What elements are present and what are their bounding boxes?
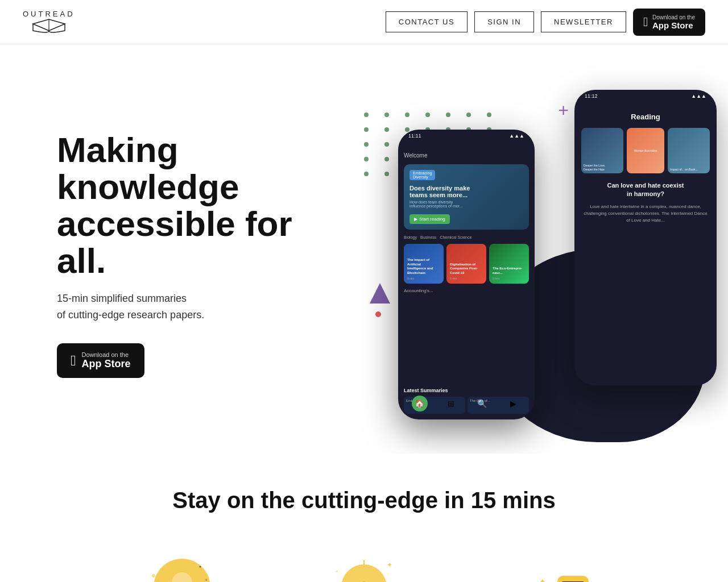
- hero-title: Making knowledge accessible for all.: [57, 131, 330, 279]
- svg-marker-1: [370, 283, 390, 304]
- reading-header: Reading: [581, 113, 710, 121]
- book-2: Woman illustration: [627, 128, 664, 173]
- svg-text:✦: ✦: [539, 577, 546, 582]
- section2: Stay on the cutting-edge in 15 mins * + …: [0, 454, 728, 582]
- nav-search-icon: 🔍: [474, 396, 490, 411]
- play-icon: ▶: [414, 217, 417, 222]
- hero-content: Making knowledge accessible for all. 15-…: [57, 131, 330, 379]
- phones-container: 11:12 ▲▲▲ Reading Deeper the Love,Deeper…: [398, 90, 717, 419]
- signin-button[interactable]: SIGN IN: [474, 11, 534, 32]
- appstore-nav-name: App Store: [652, 20, 695, 30]
- section2-title: Stay on the cutting-edge in 15 mins: [23, 488, 705, 513]
- nav-grid-icon: ⊞: [443, 396, 459, 411]
- features-row: * + ·: [23, 542, 705, 582]
- card-ai-title: The Impact of Artificial Intelligence an…: [407, 258, 440, 276]
- reading-question: Can love and hate coexist in harmony?: [581, 181, 710, 199]
- phone-back: 11:12 ▲▲▲ Reading Deeper the Love,Deeper…: [574, 90, 717, 385]
- logo-book-icon: [32, 18, 66, 34]
- navbar: OUTREAD CONTACT US SIGN IN NEWSLETTER  …: [0, 0, 728, 44]
- feature-3-svg: ✦ + · ·: [506, 542, 609, 582]
- categories-bar: Biology Business Chemical Science: [404, 235, 529, 239]
- phone-front-status: 11:11 ▲▲▲: [406, 133, 527, 139]
- feature-3: ✦ + · ·: [478, 542, 637, 582]
- logo-text: OUTREAD: [23, 10, 75, 18]
- hero-download-label: Download on the: [82, 351, 131, 358]
- featured-tag: EmbracingDiversity: [410, 170, 435, 180]
- feature-1-svg: * + ·: [119, 542, 222, 582]
- svg-point-15: [341, 564, 387, 582]
- reading-books: Deeper the Love,Deeper the Hate Woman il…: [581, 128, 710, 173]
- feature-1-illustration: * + ·: [119, 542, 222, 582]
- category-chemical: Chemical Science: [440, 235, 471, 239]
- hero-apple-icon: : [71, 352, 76, 369]
- svg-text:✦: ✦: [387, 561, 392, 569]
- svg-text:+: +: [336, 569, 338, 574]
- card-covid-title: Digitalisation of Companies Post-Covid-1…: [450, 263, 483, 276]
- phone-back-status: 11:12 ▲▲▲: [582, 93, 709, 99]
- featured-title: Does diversity make teams seem more...: [410, 185, 523, 198]
- deco-triangle-left: [370, 283, 390, 306]
- hero-appstore-button[interactable]:  Download on the App Store: [57, 343, 144, 378]
- newsletter-button[interactable]: NEWSLETTER: [541, 11, 626, 32]
- card-eco: The Eco-Entrepre-neur... 8 min: [489, 244, 529, 284]
- phone-back-icons: ▲▲▲: [691, 93, 706, 99]
- card-covid-meta: 9 min: [450, 277, 483, 280]
- category-business: Business: [420, 235, 436, 239]
- reading-body: Love and hate intertwine in a complex, n…: [581, 203, 710, 379]
- start-reading-button[interactable]: ▶ Start reading: [410, 214, 450, 224]
- phone-front-time: 11:11: [408, 133, 421, 139]
- svg-rect-23: [557, 576, 589, 582]
- hero-subtitle: 15-min simplified summaries of cutting-e…: [57, 290, 330, 323]
- svg-text:+: +: [205, 577, 208, 582]
- nav-play-icon: ▶: [506, 396, 522, 411]
- welcome-screen: Welcome EmbracingDiversity Does diversit…: [398, 130, 535, 419]
- appstore-nav-button[interactable]:  Download on the App Store: [633, 9, 705, 36]
- feature-2-illustration: ✦ + ·: [313, 542, 415, 582]
- svg-point-12: [152, 574, 155, 577]
- card-eco-meta: 8 min: [493, 277, 526, 280]
- nav-home-icon: 🏠: [412, 396, 428, 411]
- card-ai: The Impact of Artificial Intelligence an…: [404, 244, 444, 284]
- accounting-label: Accounting's...: [404, 288, 529, 293]
- phone-nav: 🏠 ⊞ 🔍 ▶: [398, 392, 535, 415]
- appstore-nav-download-label: Download on the: [652, 14, 695, 20]
- feature-3-illustration: ✦ + · ·: [506, 542, 609, 582]
- phone-front-icons: ▲▲▲: [509, 133, 524, 139]
- svg-text:*: *: [199, 565, 201, 571]
- feature-2: ✦ + ·: [284, 542, 444, 582]
- svg-text:·: ·: [586, 573, 587, 576]
- nav-actions: CONTACT US SIGN IN NEWSLETTER  Download…: [386, 9, 705, 36]
- phone-back-time: 11:12: [585, 93, 598, 99]
- cards-row: The Impact of Artificial Intelligence an…: [404, 244, 529, 284]
- category-biology: Biology: [404, 235, 417, 239]
- phone-front: 11:11 ▲▲▲ Welcome EmbracingDiversity Doe…: [398, 130, 535, 419]
- deco-circle-2: [375, 311, 381, 317]
- featured-subtitle: How does team diversity influence percep…: [410, 200, 523, 208]
- feature-1: * + ·: [91, 542, 250, 582]
- hero-section: Making knowledge accessible for all. 15-…: [0, 44, 728, 454]
- hero-store-name: App Store: [82, 358, 131, 370]
- contact-button[interactable]: CONTACT US: [386, 11, 468, 32]
- reading-screen: Reading Deeper the Love,Deeper the Hate …: [574, 90, 717, 385]
- card-covid: Digitalisation of Companies Post-Covid-1…: [446, 244, 486, 284]
- book-1: Deeper the Love,Deeper the Hate: [581, 128, 623, 173]
- welcome-header: Welcome: [404, 152, 529, 159]
- hero-illustration: + ✕: [341, 78, 682, 431]
- book-3: Impact of... on Book...: [668, 128, 710, 173]
- featured-card: EmbracingDiversity Does diversity make t…: [404, 164, 529, 230]
- feature-2-svg: ✦ + ·: [313, 542, 415, 582]
- apple-icon: : [643, 15, 648, 30]
- card-eco-title: The Eco-Entrepre-neur...: [493, 267, 526, 276]
- logo[interactable]: OUTREAD: [23, 10, 75, 34]
- card-ai-meta: 8 min: [407, 277, 440, 280]
